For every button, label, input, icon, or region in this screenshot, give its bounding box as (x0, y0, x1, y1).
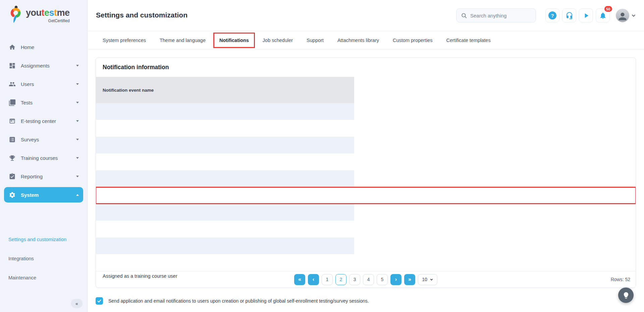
chevron-down-icon (430, 278, 433, 281)
tab-theme-and-language[interactable]: Theme and language (160, 38, 206, 43)
next-page-button[interactable]: › (390, 274, 401, 285)
page-button-4[interactable]: 4 (363, 274, 374, 285)
sidebar-subitem-maintenance[interactable]: Maintenance (0, 268, 87, 287)
e-testing-center-icon (8, 117, 16, 125)
page-title: Settings and customization (96, 11, 187, 19)
sidebar-subnav: Settings and customization Integrations … (0, 230, 87, 287)
page-button-5[interactable]: 5 (377, 274, 388, 285)
tutorial-play-button[interactable] (579, 8, 593, 23)
surveys-icon (8, 136, 16, 143)
page-size-select[interactable]: 10 (418, 274, 437, 285)
notification-information-card: Notification information Notification ev… (96, 57, 636, 288)
bell-icon (599, 12, 607, 19)
search-input[interactable] (470, 13, 531, 18)
table-row: Feedback Sent Disabled Edit Enabled Edit (96, 204, 636, 221)
table-row: Assigned as a training course user Enabl… (96, 120, 636, 137)
sidebar-subitem-integrations[interactable]: Integrations (0, 249, 87, 268)
tips-fab-button[interactable] (618, 287, 634, 303)
chevron-up-icon (76, 194, 79, 196)
main-area: Settings and customization ? 50 (88, 0, 644, 312)
page-size-value: 10 (422, 277, 427, 282)
brand-wordmark: youtestme (26, 8, 70, 17)
chevron-down-icon (76, 157, 79, 159)
check-icon (97, 299, 102, 303)
tab-support[interactable]: Support (307, 38, 324, 43)
tests-icon (8, 99, 16, 106)
tab-certificate-templates[interactable]: Certificate templates (446, 38, 490, 43)
content-area: Notification information Notification ev… (88, 49, 644, 312)
sidebar-item-training-courses[interactable]: Training courses (4, 150, 83, 166)
help-icon: ? (548, 11, 556, 19)
search-icon (461, 12, 467, 19)
brand-tagline: GetCertified (26, 18, 70, 23)
user-menu-chevron[interactable] (631, 13, 637, 18)
global-search (456, 8, 536, 23)
support-button[interactable] (562, 8, 576, 23)
lightbulb-icon (622, 292, 630, 299)
notification-count-badge: 50 (604, 6, 612, 12)
send-notifications-checkbox[interactable] (96, 297, 103, 305)
page-button-2[interactable]: 2 (335, 274, 346, 285)
first-page-button[interactable]: « (294, 274, 305, 285)
sidebar-item-tests[interactable]: Tests (4, 95, 83, 110)
previous-page-button[interactable]: ‹ (308, 274, 319, 285)
app-window: youtestme GetCertified Home Assignments … (0, 0, 644, 312)
sidebar-subitem-settings-and-customization[interactable]: Settings and customization (0, 230, 87, 249)
sidebar-item-users[interactable]: Users (4, 76, 83, 92)
rows-count-label: Rows: 52 (611, 277, 630, 282)
table-row: Attempt modification allowed Enabled Edi… (96, 137, 636, 153)
table-row: Grading request Enabled Edit Enabled Edi… (96, 237, 636, 254)
help-button[interactable]: ? (545, 8, 559, 23)
tab-notifications[interactable]: Notifications (219, 38, 249, 43)
person-icon (617, 11, 628, 22)
tab-attachments-library[interactable]: Attachments library (337, 38, 379, 43)
chevron-down-icon (76, 139, 79, 140)
table-row: Broadcast notification Enabled Edit Enab… (96, 170, 636, 187)
users-icon (8, 80, 16, 88)
sidebar-item-e-testing-center[interactable]: E-testing center (4, 113, 83, 129)
self-enrollment-setting: Send application and email notifications… (96, 297, 636, 305)
column-header-event-name: Notification event name (96, 77, 354, 103)
system-icon (8, 191, 16, 198)
brand-logo: youtestme GetCertified (0, 0, 87, 24)
training-courses-icon (8, 154, 16, 162)
table-row: Grader report submitted Enabled Edit Ena… (96, 221, 636, 237)
table-header: Notification event name Application noti… (96, 77, 636, 103)
last-page-button[interactable]: » (404, 274, 415, 285)
sidebar-item-surveys[interactable]: Surveys (4, 132, 83, 147)
table-row: Assigned as a training course manager En… (96, 103, 636, 120)
headset-icon (566, 12, 573, 19)
user-avatar[interactable] (616, 9, 629, 22)
page-button-3[interactable]: 3 (349, 274, 360, 285)
reporting-icon (8, 173, 16, 180)
play-icon (582, 12, 590, 19)
settings-tabs: System preferences Theme and language No… (88, 31, 644, 49)
chevron-down-icon (76, 176, 79, 177)
assignments-icon (8, 62, 16, 69)
table-body: Assigned as a training course manager En… (96, 103, 636, 271)
top-bar: Settings and customization ? 50 (88, 0, 644, 31)
youtestme-pin-logo-icon (9, 5, 23, 24)
sidebar-collapse-button[interactable]: « (71, 299, 83, 308)
chevron-down-icon (631, 13, 636, 18)
header-controls: ? 50 (456, 8, 637, 23)
home-icon (8, 43, 16, 51)
sidebar-item-assignments[interactable]: Assignments (4, 58, 83, 73)
chevron-down-icon (76, 120, 79, 122)
table-row: Booked assignment notifications Enabled … (96, 153, 636, 170)
chevron-down-icon (76, 83, 79, 85)
sidebar-item-home[interactable]: Home (4, 39, 83, 55)
chevron-down-icon (76, 102, 79, 103)
sidebar-nav: Home Assignments Users Tests E-testing c… (0, 36, 87, 206)
tab-system-preferences[interactable]: System preferences (103, 38, 146, 43)
notifications-button[interactable]: 50 (596, 8, 610, 23)
page-button-1[interactable]: 1 (322, 274, 333, 285)
card-title: Notification information (96, 58, 636, 77)
sidebar-item-system[interactable]: System (4, 187, 83, 203)
tab-custom-properties[interactable]: Custom properties (393, 38, 432, 43)
pagination-bar: « ‹ 1 2 3 4 5 › » 10 Rows: 52 (96, 271, 636, 287)
table-row: Grading response Enabled Edit Enabled Ed… (96, 254, 636, 271)
sidebar-item-reporting[interactable]: Reporting (4, 169, 83, 184)
chevron-down-icon (76, 65, 79, 66)
tab-job-scheduler[interactable]: Job scheduler (263, 38, 293, 43)
